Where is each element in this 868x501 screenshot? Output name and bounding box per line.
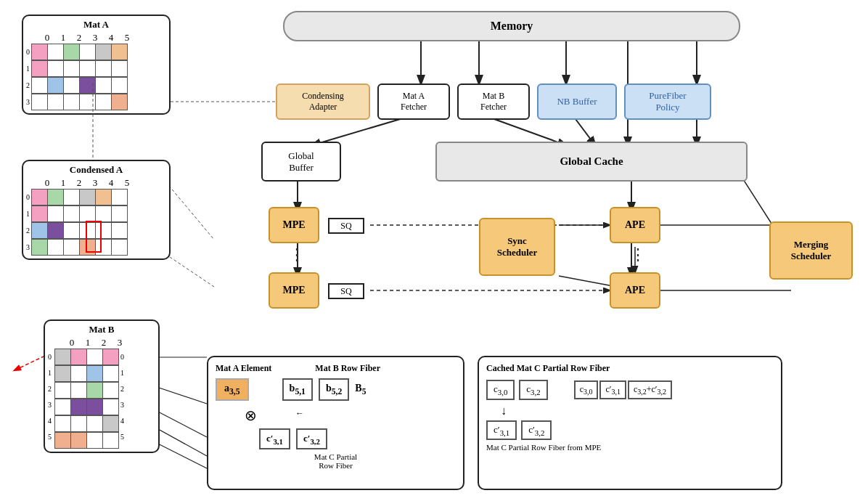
sq1-label: SQ bbox=[340, 221, 351, 232]
cell bbox=[87, 383, 103, 399]
col-header: 0 bbox=[64, 337, 80, 349]
row-header: 3 bbox=[48, 396, 52, 412]
row-header: 2 bbox=[26, 78, 30, 94]
c30-top: c3,0 bbox=[486, 380, 515, 400]
cell bbox=[64, 61, 80, 77]
cell bbox=[32, 223, 48, 239]
detail-right-box: Cached Mat C Partial Row Fiber c3,0 c3,2… bbox=[478, 356, 782, 490]
row-header: 1 bbox=[26, 206, 30, 222]
mpe1-label: MPE bbox=[282, 219, 305, 231]
cell bbox=[48, 190, 64, 205]
cell bbox=[112, 94, 128, 110]
cell bbox=[87, 416, 103, 432]
row-header: 4 bbox=[48, 412, 52, 428]
row-header: 5 bbox=[120, 428, 124, 444]
b52-box: b5,2 bbox=[319, 378, 349, 401]
c32-top: c3,2 bbox=[519, 380, 547, 400]
row-header: 1 bbox=[120, 364, 124, 380]
purefiber-label: PureFiberPolicy bbox=[649, 90, 686, 113]
mat-a-elem-title: Mat A Element bbox=[216, 363, 271, 374]
nb-buffer-box: NB Buffer bbox=[537, 84, 617, 120]
col-header: 4 bbox=[103, 32, 119, 44]
mpe2-box: MPE bbox=[269, 272, 319, 309]
cell bbox=[32, 94, 48, 110]
svg-line-6 bbox=[486, 116, 566, 145]
row-header: 2 bbox=[120, 380, 124, 396]
cell bbox=[48, 78, 64, 94]
cached-title: Cached Mat C Partial Row Fiber bbox=[486, 363, 774, 374]
from-mpe-label: Mat C Partial Row Fiber from MPE bbox=[486, 443, 774, 452]
cell bbox=[112, 240, 128, 256]
cell bbox=[48, 44, 64, 60]
cell bbox=[96, 94, 112, 110]
cell bbox=[48, 94, 64, 110]
cell bbox=[87, 349, 103, 365]
c30-right: c3,0 bbox=[574, 380, 599, 399]
svg-line-5 bbox=[312, 116, 410, 145]
sync-scheduler-box: SyncScheduler bbox=[479, 218, 555, 276]
col-header: 2 bbox=[71, 32, 87, 44]
mat-b-box: Mat B 0 1 2 3 0 1 2 3 4 5 bbox=[44, 319, 160, 453]
detail-left-box: Mat A Element Mat B Row Fiber a3,5 b5,1 … bbox=[207, 356, 464, 490]
cell bbox=[32, 44, 48, 60]
c32-box: c′3,2 bbox=[296, 428, 327, 450]
cell bbox=[32, 240, 48, 256]
mpe-dots: ⋮ bbox=[289, 245, 303, 264]
cell bbox=[64, 206, 80, 222]
row-header: 4 bbox=[120, 412, 124, 428]
cell bbox=[32, 206, 48, 222]
cell bbox=[55, 433, 71, 449]
cell bbox=[71, 416, 87, 432]
c31p-bot: c′3,1 bbox=[486, 420, 517, 441]
row-header: 2 bbox=[48, 380, 52, 396]
cell bbox=[71, 349, 87, 365]
col-header: 3 bbox=[112, 337, 128, 349]
ape2-label: APE bbox=[625, 285, 645, 296]
cell bbox=[96, 206, 112, 222]
c31p-right: c′3,1 bbox=[599, 380, 626, 399]
a35-box: a3,5 bbox=[216, 378, 249, 401]
ape1-box: APE bbox=[610, 207, 660, 243]
cell bbox=[64, 44, 80, 60]
mat-b-title: Mat B bbox=[48, 324, 155, 335]
sq1-box: SQ bbox=[328, 218, 364, 234]
row-header: 0 bbox=[26, 190, 30, 205]
cell bbox=[80, 61, 96, 77]
row-header: 3 bbox=[26, 94, 30, 110]
cell bbox=[48, 61, 64, 77]
row-header: 0 bbox=[120, 349, 124, 364]
col-header: 2 bbox=[96, 337, 112, 349]
cell bbox=[55, 383, 71, 399]
cell bbox=[96, 190, 112, 205]
cell bbox=[55, 416, 71, 432]
global-buffer-box: GlobalBuffer bbox=[261, 142, 341, 182]
purefiber-box: PureFiberPolicy bbox=[624, 84, 711, 120]
row-header: 2 bbox=[26, 223, 30, 239]
cell bbox=[112, 44, 128, 60]
mat-a-fetcher-label: Mat AFetcher bbox=[401, 91, 427, 113]
diagram-container: Mat A 0 1 2 3 4 5 0 bbox=[0, 0, 868, 501]
mat-a-fetcher-box: Mat AFetcher bbox=[377, 84, 450, 120]
condensing-adapter-label: CondensingAdapter bbox=[302, 91, 343, 113]
cell bbox=[32, 61, 48, 77]
mat-b-fetcher-label: Mat BFetcher bbox=[480, 91, 507, 113]
row-header: 0 bbox=[48, 349, 52, 364]
b51-box: b5,1 bbox=[282, 378, 313, 401]
condensing-adapter-box: CondensingAdapter bbox=[276, 84, 370, 120]
cell bbox=[32, 190, 48, 205]
cell bbox=[64, 94, 80, 110]
memory-label: Memory bbox=[491, 20, 533, 33]
cell bbox=[64, 223, 80, 239]
cell bbox=[55, 399, 71, 415]
cell bbox=[48, 206, 64, 222]
col-header: 1 bbox=[55, 177, 71, 189]
global-cache-label: Global Cache bbox=[560, 155, 623, 168]
row-header: 0 bbox=[26, 44, 30, 60]
cell bbox=[96, 61, 112, 77]
ape2-box: APE bbox=[610, 272, 660, 309]
merging-scheduler-label: MergingScheduler bbox=[791, 239, 832, 262]
cell bbox=[103, 366, 119, 382]
col-header: 0 bbox=[39, 32, 55, 44]
mpe2-label: MPE bbox=[282, 285, 305, 296]
cell bbox=[112, 190, 128, 205]
